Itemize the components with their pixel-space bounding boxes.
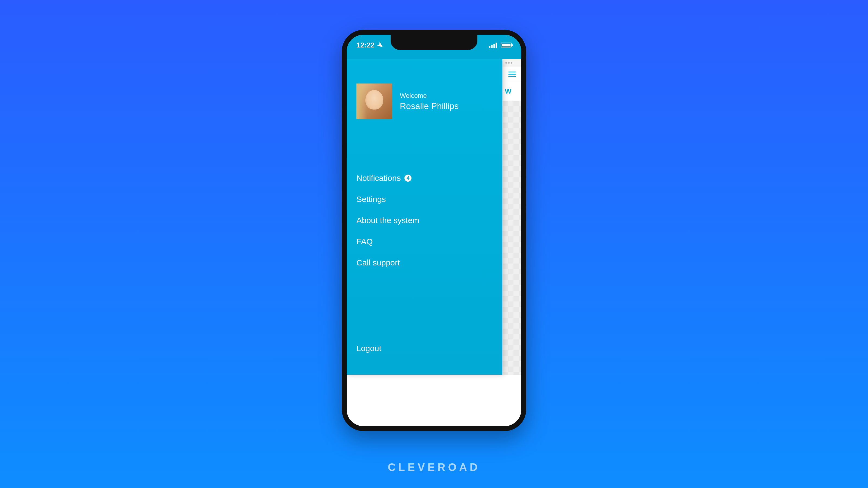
drawer-menu: Notifications 4 Settings About the syste… xyxy=(356,173,493,267)
logout-label: Logout xyxy=(356,344,381,353)
welcome-label: Welcome xyxy=(400,92,459,99)
menu-item-settings[interactable]: Settings xyxy=(356,195,493,204)
menu-item-about[interactable]: About the system xyxy=(356,216,493,225)
battery-icon xyxy=(501,42,512,47)
notifications-badge: 4 xyxy=(404,174,411,182)
avatar[interactable] xyxy=(356,84,392,119)
menu-item-label: Settings xyxy=(356,195,386,204)
profile-block[interactable]: Welcome Rosalie Phillips xyxy=(356,84,493,119)
username-label: Rosalie Phillips xyxy=(400,101,459,111)
status-time: 12:22 xyxy=(356,41,375,50)
phone-screen: 12:22 ➤ W xyxy=(347,35,521,426)
peek-title-fragment: W xyxy=(503,82,521,101)
underlying-screen-peek[interactable]: W xyxy=(502,59,521,375)
location-arrow-icon: ➤ xyxy=(375,40,385,50)
menu-item-call-support[interactable]: Call support xyxy=(356,258,493,267)
menu-item-label: Call support xyxy=(356,258,400,267)
brand-watermark: CLEVEROAD xyxy=(388,461,480,474)
phone-notch xyxy=(391,35,477,50)
menu-item-faq[interactable]: FAQ xyxy=(356,237,493,246)
hamburger-icon[interactable] xyxy=(508,72,516,77)
phone-mockup: 12:22 ➤ W xyxy=(342,30,526,431)
menu-item-label: About the system xyxy=(356,216,420,225)
signal-icon xyxy=(489,42,497,48)
menu-item-notifications[interactable]: Notifications 4 xyxy=(356,173,493,183)
side-drawer: Welcome Rosalie Phillips Notifications 4… xyxy=(347,59,502,375)
menu-item-logout[interactable]: Logout xyxy=(356,344,381,353)
menu-item-label: FAQ xyxy=(356,237,373,246)
peek-dots xyxy=(503,59,521,67)
map-preview[interactable] xyxy=(503,101,521,375)
peek-navbar xyxy=(503,67,521,82)
menu-item-label: Notifications xyxy=(356,173,401,183)
